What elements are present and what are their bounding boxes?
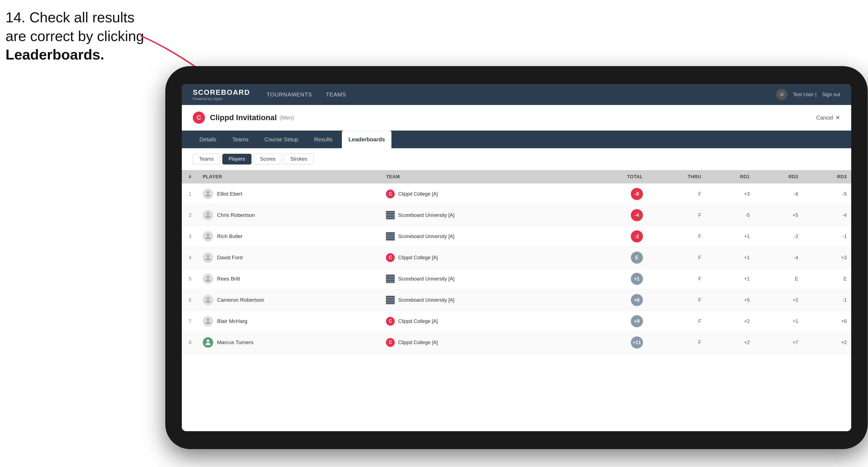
- cell-rd1: +5: [706, 289, 754, 311]
- cell-thru: F: [647, 332, 706, 353]
- cell-rank: 7: [182, 311, 198, 332]
- nav-teams[interactable]: TEAMS: [326, 91, 346, 98]
- score-badge: -4: [631, 209, 643, 221]
- table-row: 1Elliot EbertCClippd College [A]-8F+3-6-…: [182, 184, 851, 205]
- cell-team: Scoreboard University [A]: [381, 268, 583, 289]
- player-avatar: [203, 337, 213, 348]
- svg-point-8: [207, 340, 209, 342]
- player-avatar: [203, 274, 213, 284]
- score-badge: +1: [631, 273, 643, 285]
- tab-leaderboards[interactable]: Leaderboards: [342, 131, 392, 148]
- cell-total: +11: [583, 332, 647, 353]
- score-badge: E: [631, 252, 643, 264]
- tournament-gender: (Men): [280, 115, 294, 121]
- cell-team: Scoreboard University [A]: [381, 226, 583, 247]
- player-avatar: [203, 210, 213, 220]
- cell-rd1: +1: [706, 247, 754, 268]
- cell-total: +1: [583, 268, 647, 289]
- score-badge: +11: [631, 336, 643, 348]
- cell-rd2: +5: [754, 205, 803, 226]
- cell-thru: F: [647, 226, 706, 247]
- cell-rd2: +2: [754, 289, 803, 311]
- cell-rd3: +3: [803, 247, 851, 268]
- filter-players[interactable]: Players: [222, 154, 251, 164]
- tournament-title: Clippd Invitational: [210, 113, 277, 122]
- player-name: Blair McHarg: [217, 318, 247, 324]
- team-logo-clippd: C: [386, 338, 395, 347]
- svg-point-6: [207, 297, 209, 300]
- player-avatar: [203, 316, 213, 326]
- cell-rd1: +2: [706, 332, 754, 353]
- player-avatar: [203, 252, 213, 263]
- tournament-header: C Clippd Invitational (Men) Cancel ✕: [182, 105, 851, 131]
- signout-button[interactable]: Sign out: [822, 92, 840, 97]
- cell-rank: 2: [182, 205, 198, 226]
- team-logo-clippd: C: [386, 317, 395, 326]
- cell-thru: F: [647, 184, 706, 205]
- cell-rd3: E: [803, 268, 851, 289]
- col-total: TOTAL: [583, 170, 647, 184]
- filter-bar: Teams Players Scores Strokes: [182, 148, 851, 170]
- tab-course-setup[interactable]: Course Setup: [258, 131, 305, 148]
- brand-title: SCOREBOARD: [193, 88, 250, 97]
- player-name: Marcus Turners: [217, 339, 253, 345]
- player-avatar: [203, 295, 213, 305]
- cell-rank: 1: [182, 184, 198, 205]
- cell-total: -2: [583, 226, 647, 247]
- player-name: Elliot Ebert: [217, 191, 242, 197]
- table-row: 8Marcus TurnersCClippd College [A]+11F+2…: [182, 332, 851, 353]
- cell-rank: 3: [182, 226, 198, 247]
- filter-scores[interactable]: Scores: [254, 154, 282, 164]
- cell-rd2: -6: [754, 184, 803, 205]
- instruction-text: 14. Check all results are correct by cli…: [5, 8, 144, 64]
- team-logo-scoreboard: [386, 274, 395, 283]
- cell-team: Scoreboard University [A]: [381, 205, 583, 226]
- tablet-shell: SCOREBOARD Powered by clippd TOURNAMENTS…: [165, 66, 868, 449]
- player-name: Rees Britt: [217, 276, 240, 282]
- table-row: 7Blair McHargCClippd College [A]+9F+2+1+…: [182, 311, 851, 332]
- cell-rd2: E: [754, 268, 803, 289]
- table-row: 4David FordCClippd College [A]EF+1-4+3: [182, 247, 851, 268]
- col-team: TEAM: [381, 170, 583, 184]
- team-name: Clippd College [A]: [398, 255, 438, 261]
- cell-rd2: +7: [754, 332, 803, 353]
- close-icon: ✕: [836, 114, 840, 121]
- cell-rd3: -4: [803, 205, 851, 226]
- cell-player: Marcus Turners: [198, 332, 381, 353]
- cell-total: +9: [583, 311, 647, 332]
- cell-player: Chris Robertson: [198, 205, 381, 226]
- cancel-button[interactable]: Cancel ✕: [816, 114, 840, 121]
- navbar: SCOREBOARD Powered by clippd TOURNAMENTS…: [182, 84, 851, 105]
- nav-tournaments[interactable]: TOURNAMENTS: [267, 91, 312, 98]
- filter-strokes[interactable]: Strokes: [284, 154, 313, 164]
- filter-teams[interactable]: Teams: [193, 154, 220, 164]
- table-header-row: # PLAYER TEAM TOTAL THRU RD1 RD2 RD3: [182, 170, 851, 184]
- player-name: Chris Robertson: [217, 212, 255, 218]
- cell-thru: F: [647, 247, 706, 268]
- svg-point-4: [207, 255, 209, 257]
- brand: SCOREBOARD Powered by clippd: [193, 88, 250, 101]
- tablet-screen: SCOREBOARD Powered by clippd TOURNAMENTS…: [182, 84, 851, 431]
- cell-player: Cameron Robertson: [198, 289, 381, 311]
- team-logo-scoreboard: [386, 295, 395, 305]
- table-row: 3Rich ButlerScoreboard University [A]-2F…: [182, 226, 851, 247]
- team-name: Scoreboard University [A]: [398, 234, 454, 240]
- score-badge: -2: [631, 230, 643, 243]
- svg-point-3: [207, 234, 209, 236]
- cell-rd3: -1: [803, 226, 851, 247]
- cell-rd1: +2: [706, 311, 754, 332]
- cell-player: Rich Butler: [198, 226, 381, 247]
- team-logo-clippd: C: [386, 190, 395, 198]
- navbar-links: TOURNAMENTS TEAMS: [267, 91, 776, 98]
- col-rd3: RD3: [803, 170, 851, 184]
- team-name: Clippd College [A]: [398, 191, 438, 197]
- svg-point-2: [207, 212, 209, 215]
- cell-thru: F: [647, 311, 706, 332]
- cell-thru: F: [647, 268, 706, 289]
- cell-thru: F: [647, 205, 706, 226]
- col-thru: THRU: [647, 170, 706, 184]
- tab-results[interactable]: Results: [307, 131, 339, 148]
- tab-teams[interactable]: Teams: [226, 131, 255, 148]
- col-rd1: RD1: [706, 170, 754, 184]
- tab-details[interactable]: Details: [193, 131, 223, 148]
